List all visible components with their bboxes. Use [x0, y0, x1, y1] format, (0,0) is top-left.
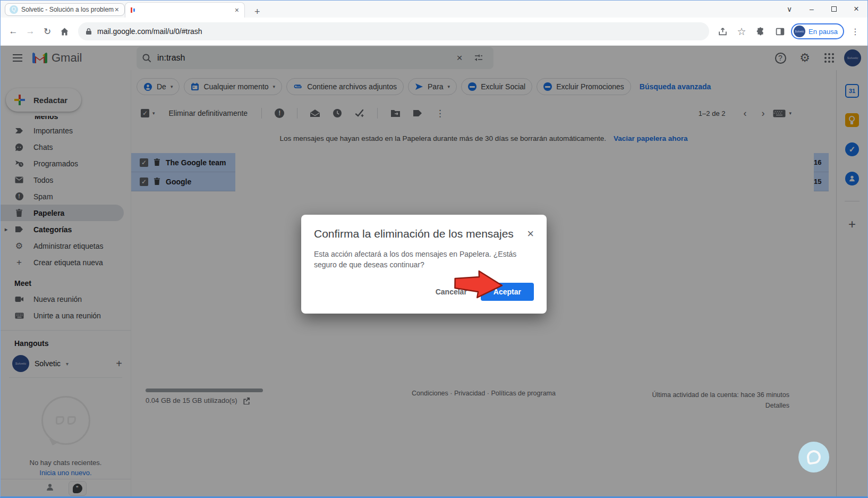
- browser-window: Q Solvetic - Solución a los problema × ×…: [0, 0, 868, 498]
- tutorial-arrow-annotation-icon: [452, 266, 505, 303]
- reload-button[interactable]: ↻: [39, 23, 56, 40]
- tab-gmail-active[interactable]: ×: [125, 2, 245, 18]
- browser-titlebar: Q Solvetic - Solución a los problema × ×…: [1, 1, 867, 18]
- home-button[interactable]: [56, 23, 73, 40]
- browser-actions: ☆ Solvetic En pausa ⋮: [714, 23, 863, 40]
- lock-icon: [86, 28, 92, 35]
- bookmark-star-button[interactable]: ☆: [734, 23, 750, 40]
- window-controls: ∨ – ×: [778, 1, 867, 18]
- tab-favicon-icon: [130, 6, 137, 14]
- dialog-close-icon[interactable]: ×: [527, 229, 534, 239]
- gmail-app: Gmail in:trash × ? ⚙ Solvetic: [1, 46, 867, 497]
- url-text: mail.google.com/mail/u/0/#trash: [97, 27, 202, 36]
- forward-button[interactable]: →: [22, 23, 39, 40]
- share-button[interactable]: [714, 23, 730, 40]
- window-maximize-button[interactable]: [823, 1, 845, 18]
- tab-search-icon[interactable]: ∨: [778, 1, 801, 18]
- profile-avatar: Solvetic: [794, 26, 805, 37]
- profile-sync-chip[interactable]: Solvetic En pausa: [791, 23, 844, 39]
- solvetic-watermark-icon: [798, 442, 829, 472]
- new-tab-button[interactable]: +: [250, 6, 265, 18]
- side-panel-button[interactable]: [772, 23, 788, 40]
- tab-solvetic[interactable]: Q Solvetic - Solución a los problema ×: [5, 3, 125, 16]
- browser-navbar: ← → ↻ mail.google.com/mail/u/0/#trash ☆ …: [1, 18, 867, 46]
- home-icon: [60, 27, 69, 36]
- puzzle-icon: [756, 27, 765, 36]
- browser-menu-button[interactable]: ⋮: [847, 23, 863, 40]
- profile-chip-label: En pausa: [809, 28, 838, 36]
- confirm-delete-dialog: Confirma la eliminación de los mensajes …: [301, 215, 547, 314]
- back-button[interactable]: ←: [5, 23, 22, 40]
- extensions-button[interactable]: [753, 23, 769, 40]
- window-minimize-button[interactable]: –: [801, 1, 823, 18]
- dialog-title: Confirma la eliminación de los mensajes: [314, 227, 527, 240]
- solvetic-favicon-icon: Q: [10, 5, 18, 14]
- dialog-body-text: Esta acción afectará a los dos mensajes …: [314, 249, 537, 270]
- window-close-button[interactable]: ×: [845, 1, 867, 18]
- side-panel-icon: [776, 27, 785, 36]
- tab-title: Solvetic - Solución a los problema: [21, 6, 114, 13]
- tab-close-icon[interactable]: ×: [114, 5, 120, 14]
- address-bar[interactable]: mail.google.com/mail/u/0/#trash: [78, 22, 709, 40]
- tab-close-icon[interactable]: ×: [234, 6, 240, 14]
- share-icon: [718, 27, 727, 36]
